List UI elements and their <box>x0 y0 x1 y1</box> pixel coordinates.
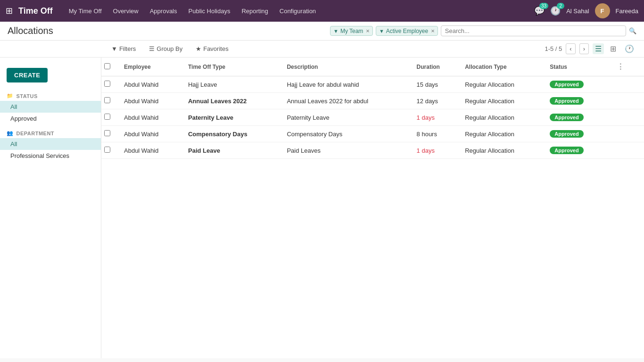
row-time-off-type-0: Hajj Leave <box>182 76 281 93</box>
prev-page-button[interactable]: ‹ <box>566 43 575 54</box>
col-allocation-type: Allocation Type <box>459 58 544 76</box>
list-view-button[interactable]: ☰ <box>593 43 604 54</box>
row-status-2: Approved <box>544 109 607 126</box>
app-name[interactable]: Time Off <box>18 6 53 16</box>
row-employee-4: Abdul Wahid <box>118 142 182 159</box>
filters-button[interactable]: ▼ Filters <box>108 44 139 54</box>
row-description-2: Paternity Leave <box>281 109 411 126</box>
col-duration: Duration <box>411 58 460 76</box>
row-duration-1: 12 days <box>411 93 460 109</box>
filter-employee-icon: ▼ <box>379 28 384 34</box>
row-select-2[interactable] <box>104 114 110 120</box>
filter-icon: ▼ <box>333 28 339 34</box>
row-employee-0: Abdul Wahid <box>118 76 182 93</box>
avatar[interactable]: F <box>595 3 610 18</box>
filter-employee-label: Active Employee <box>386 28 428 34</box>
nav-reporting[interactable]: Reporting <box>237 5 272 17</box>
table-row[interactable]: Abdul Wahid Paternity Leave Paternity Le… <box>101 109 644 126</box>
search-bar: ▼ My Team × ▼ Active Employee × 🔍 <box>330 25 636 36</box>
username[interactable]: Al Sahal <box>566 8 589 15</box>
row-allocation-type-1: Regular Allocation <box>459 93 544 109</box>
col-status: Status <box>544 58 607 76</box>
nav-approvals[interactable]: Approvals <box>145 5 182 17</box>
groupby-label: Group By <box>157 45 182 52</box>
activities-badge: 2 <box>557 3 564 9</box>
col-actions: ⋮ <box>607 58 644 76</box>
row-checkbox-3 <box>101 126 118 142</box>
row-checkbox-4 <box>101 142 118 159</box>
content-area: Employee Time Off Type Description Durat… <box>101 58 644 358</box>
sidebar-item-dept-professional-services[interactable]: Professional Services <box>0 150 101 162</box>
row-duration-0: 15 days <box>411 76 460 93</box>
row-status-0: Approved <box>544 76 607 93</box>
status-section-header[interactable]: 📁 STATUS <box>0 91 101 101</box>
row-employee-3: Abdul Wahid <box>118 126 182 142</box>
next-page-button[interactable]: › <box>579 43 589 54</box>
groupby-button[interactable]: ☰ Group By <box>146 44 185 54</box>
table-row[interactable]: Abdul Wahid Annual Leaves 2022 Annual Le… <box>101 93 644 109</box>
search-button[interactable]: 🔍 <box>629 27 636 34</box>
row-actions-3 <box>607 126 644 142</box>
row-employee-2: Abdul Wahid <box>118 109 182 126</box>
topnav: ⊞ Time Off My Time Off Overview Approval… <box>0 0 644 22</box>
row-allocation-type-0: Regular Allocation <box>459 76 544 93</box>
filter-team-label: My Team <box>340 28 363 34</box>
filter-team-close[interactable]: × <box>366 27 370 34</box>
grid-icon[interactable]: ⊞ <box>6 6 13 16</box>
row-select-1[interactable] <box>104 97 110 103</box>
create-area: CREATE <box>0 63 101 87</box>
activity-view-button[interactable]: 🕐 <box>622 43 636 54</box>
activities-icon-btn[interactable]: 🕐 2 <box>550 6 561 16</box>
department-section-header[interactable]: 👥 DEPARTMENT <box>0 128 101 138</box>
table-body: Abdul Wahid Hajj Leave Hajj Leave for ab… <box>101 76 644 159</box>
table-row[interactable]: Abdul Wahid Paid Leave Paid Leaves 1 day… <box>101 142 644 159</box>
sidebar-item-dept-all[interactable]: All <box>0 138 101 150</box>
sidebar-item-status-approved[interactable]: Approved <box>0 113 101 124</box>
create-button[interactable]: CREATE <box>7 68 48 82</box>
nav-public-holidays[interactable]: Public Holidays <box>184 5 235 17</box>
allocations-table: Employee Time Off Type Description Durat… <box>101 58 644 159</box>
search-input[interactable] <box>445 27 622 34</box>
folder-icon: 📁 <box>7 93 14 99</box>
messages-icon-btn[interactable]: 💬 33 <box>534 6 545 16</box>
row-time-off-type-3: Compensatory Days <box>182 126 281 142</box>
page-info: 1-5 / 5 <box>545 45 562 52</box>
nav-my-time-off[interactable]: My Time Off <box>64 5 107 17</box>
groupby-icon: ☰ <box>149 45 155 52</box>
avatar-name[interactable]: Fareeda <box>616 8 638 15</box>
status-badge: Approved <box>550 97 583 105</box>
nav-overview[interactable]: Overview <box>108 5 143 17</box>
row-status-4: Approved <box>544 142 607 159</box>
row-description-0: Hajj Leave for abdul wahid <box>281 76 411 93</box>
sidebar-item-status-all[interactable]: All <box>0 101 101 113</box>
row-description-4: Paid Leaves <box>281 142 411 159</box>
toolbar-right: 1-5 / 5 ‹ › ☰ ⊞ 🕐 <box>545 43 636 54</box>
row-duration-2: 1 days <box>411 109 460 126</box>
filter-employee-chip[interactable]: ▼ Active Employee × <box>376 26 438 36</box>
filter-employee-close[interactable]: × <box>431 27 435 34</box>
table-row[interactable]: Abdul Wahid Compensatory Days Compensato… <box>101 126 644 142</box>
column-options-icon[interactable]: ⋮ <box>613 63 628 71</box>
main-nav: My Time Off Overview Approvals Public Ho… <box>64 5 530 17</box>
status-badge: Approved <box>550 81 583 88</box>
row-description-1: Annual Leaves 2022 for abdul <box>281 93 411 109</box>
row-select-0[interactable] <box>104 81 110 87</box>
row-allocation-type-4: Regular Allocation <box>459 142 544 159</box>
table-header: Employee Time Off Type Description Durat… <box>101 58 644 76</box>
favorites-button[interactable]: ★ Favorites <box>193 44 231 54</box>
favorites-label: Favorites <box>203 45 228 52</box>
row-actions-0 <box>607 76 644 93</box>
kanban-view-button[interactable]: ⊞ <box>608 43 619 54</box>
toolbar-left: ▼ Filters ☰ Group By ★ Favorites <box>108 44 231 54</box>
row-allocation-type-2: Regular Allocation <box>459 109 544 126</box>
row-select-4[interactable] <box>104 147 110 153</box>
filter-team-chip[interactable]: ▼ My Team × <box>330 26 373 36</box>
toolbar: ▼ Filters ☰ Group By ★ Favorites 1-5 / 5… <box>0 41 644 58</box>
nav-configuration[interactable]: Configuration <box>275 5 321 17</box>
row-status-1: Approved <box>544 93 607 109</box>
row-select-3[interactable] <box>104 130 110 136</box>
select-all-checkbox[interactable] <box>104 63 110 69</box>
search-input-wrap <box>441 25 626 36</box>
page-title: Allocations <box>8 25 53 36</box>
table-row[interactable]: Abdul Wahid Hajj Leave Hajj Leave for ab… <box>101 76 644 93</box>
